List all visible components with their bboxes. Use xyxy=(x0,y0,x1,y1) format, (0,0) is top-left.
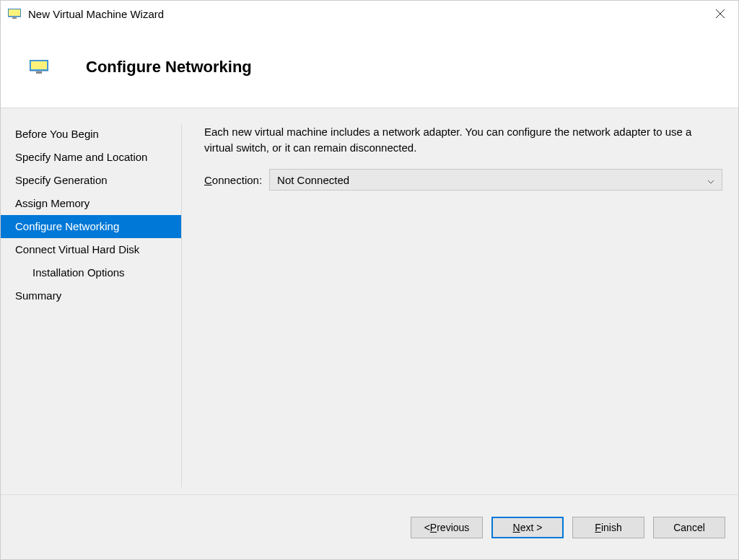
cancel-button[interactable]: Cancel xyxy=(653,517,725,538)
svg-rect-6 xyxy=(31,61,47,69)
next-button[interactable]: Next > xyxy=(491,517,564,538)
sidebar: Before You BeginSpecify Name and Locatio… xyxy=(1,108,181,494)
sidebar-item-7[interactable]: Summary xyxy=(1,284,181,307)
app-icon xyxy=(8,9,21,19)
close-icon xyxy=(715,9,725,19)
connection-dropdown-value: Not Connected xyxy=(277,174,349,186)
window-title: New Virtual Machine Wizard xyxy=(28,8,164,20)
close-button[interactable] xyxy=(702,1,738,27)
sidebar-item-4[interactable]: Configure Networking xyxy=(1,215,181,238)
footer: < Previous Next > Finish Cancel xyxy=(1,494,738,559)
titlebar: New Virtual Machine Wizard xyxy=(1,1,738,27)
finish-button[interactable]: Finish xyxy=(572,517,644,538)
page-title: Configure Networking xyxy=(86,58,252,76)
sidebar-item-0[interactable]: Before You Begin xyxy=(1,123,181,146)
body-area: Before You BeginSpecify Name and Locatio… xyxy=(1,108,738,494)
divider xyxy=(181,124,182,487)
sidebar-item-3[interactable]: Assign Memory xyxy=(1,192,181,215)
connection-label: Connection: xyxy=(204,174,262,186)
sidebar-item-5[interactable]: Connect Virtual Hard Disk xyxy=(1,238,181,261)
header-icon xyxy=(30,60,48,74)
connection-dropdown[interactable]: Not Connected xyxy=(269,169,722,191)
sidebar-item-6[interactable]: Installation Options xyxy=(1,261,181,284)
svg-rect-1 xyxy=(9,9,20,16)
instruction-text: Each new virtual machine includes a netw… xyxy=(197,124,722,156)
previous-button[interactable]: < Previous xyxy=(411,517,483,538)
svg-rect-2 xyxy=(12,17,17,19)
chevron-down-icon xyxy=(707,174,714,186)
content-panel: Each new virtual machine includes a netw… xyxy=(181,108,738,494)
header-banner: Configure Networking xyxy=(1,27,738,108)
sidebar-item-1[interactable]: Specify Name and Location xyxy=(1,146,181,169)
svg-rect-7 xyxy=(36,71,42,74)
sidebar-item-2[interactable]: Specify Generation xyxy=(1,169,181,192)
connection-row: Connection: Not Connected xyxy=(197,169,722,191)
